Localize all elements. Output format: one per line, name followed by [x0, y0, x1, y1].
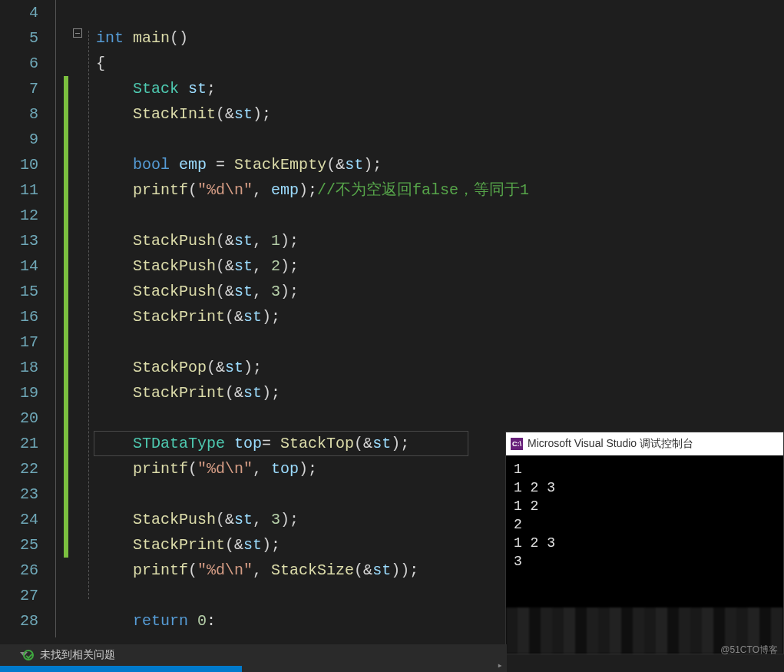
line-number-gutter[interactable]: 4567891011121314151617181920212223242526… — [0, 0, 46, 637]
watermark: @51CTO博客 — [720, 644, 778, 657]
code-line[interactable] — [96, 0, 507, 25]
status-text: 未找到相关问题 — [40, 648, 115, 662]
console-title-text: Microsoft Visual Studio 调试控制台 — [528, 437, 693, 451]
code-line[interactable]: int main() — [96, 25, 507, 51]
code-line[interactable]: printf("%d\n", top); — [96, 456, 507, 482]
line-number[interactable]: 20 — [0, 406, 46, 431]
console-output[interactable]: 1 1 2 3 1 2 2 1 2 3 3 — [506, 455, 783, 575]
line-number[interactable]: 13 — [0, 228, 46, 253]
line-number[interactable]: 11 — [0, 177, 46, 203]
code-line[interactable] — [96, 329, 507, 355]
code-line[interactable]: StackPrint(&st); — [96, 532, 507, 558]
code-line[interactable] — [96, 482, 507, 507]
code-line[interactable] — [96, 203, 507, 228]
code-line[interactable]: StackPrint(&st); — [96, 304, 507, 329]
line-number[interactable]: 24 — [0, 507, 46, 532]
line-number[interactable]: 23 — [0, 482, 46, 507]
code-editor[interactable]: 4567891011121314151617181920212223242526… — [0, 0, 507, 637]
line-number[interactable]: 22 — [0, 456, 46, 482]
code-line[interactable] — [96, 583, 507, 608]
code-line[interactable]: printf("%d\n", StackSize(&st)); — [96, 558, 507, 583]
fold-icon[interactable] — [73, 28, 82, 38]
line-number[interactable]: 26 — [0, 558, 46, 583]
line-number[interactable]: 25 — [0, 532, 46, 558]
code-line[interactable]: printf("%d\n", emp);//不为空返回false，等同于1 — [96, 177, 507, 203]
scrollbar-thumb[interactable] — [0, 666, 242, 672]
line-number[interactable]: 19 — [0, 380, 46, 406]
change-indicator — [64, 76, 68, 558]
code-line[interactable]: Stack st; — [96, 76, 507, 101]
code-line[interactable] — [96, 406, 507, 431]
line-number[interactable]: 18 — [0, 355, 46, 380]
code-line[interactable]: STDataType top= StackTop(&st); — [96, 431, 507, 456]
line-number[interactable]: 9 — [0, 127, 46, 152]
code-area[interactable]: int main(){ Stack st; StackInit(&st); bo… — [96, 0, 507, 634]
line-number[interactable]: 8 — [0, 101, 46, 127]
line-number[interactable]: 15 — [0, 279, 46, 304]
line-number[interactable]: 28 — [0, 608, 46, 634]
line-number[interactable]: 27 — [0, 583, 46, 608]
code-line[interactable]: StackPop(&st); — [96, 355, 507, 380]
code-line[interactable] — [96, 127, 507, 152]
line-number[interactable]: 4 — [0, 0, 46, 25]
code-line[interactable]: StackPush(&st, 3); — [96, 279, 507, 304]
code-line[interactable]: { — [96, 51, 507, 76]
code-line[interactable]: bool emp = StackEmpty(&st); — [96, 152, 507, 177]
line-number[interactable]: 14 — [0, 253, 46, 279]
line-number[interactable]: 10 — [0, 152, 46, 177]
line-number[interactable]: 7 — [0, 76, 46, 101]
code-line[interactable]: StackPush(&st, 2); — [96, 253, 507, 279]
code-line[interactable]: StackPush(&st, 1); — [96, 228, 507, 253]
debug-console-window[interactable]: C:\ Microsoft Visual Studio 调试控制台 1 1 2 … — [505, 432, 784, 654]
status-bar[interactable]: 未找到相关问题 — [0, 644, 507, 666]
code-line[interactable]: StackPush(&st, 3); — [96, 507, 507, 532]
line-number[interactable]: 16 — [0, 304, 46, 329]
console-titlebar[interactable]: C:\ Microsoft Visual Studio 调试控制台 — [506, 432, 783, 455]
line-number[interactable]: 17 — [0, 329, 46, 355]
line-number[interactable]: 12 — [0, 203, 46, 228]
code-line[interactable]: StackPrint(&st); — [96, 380, 507, 406]
line-number[interactable]: 5 — [0, 25, 46, 51]
line-number[interactable]: 21 — [0, 431, 46, 456]
line-number[interactable]: 6 — [0, 51, 46, 76]
indent-guide — [88, 31, 89, 599]
margin-line — [55, 0, 56, 637]
horizontal-scrollbar[interactable]: ▸ — [0, 666, 507, 672]
scroll-right-icon[interactable]: ▸ — [493, 658, 507, 672]
code-line[interactable]: StackInit(&st); — [96, 101, 507, 127]
visual-studio-icon: C:\ — [511, 438, 523, 450]
check-icon — [23, 650, 34, 660]
code-line[interactable]: return 0: — [96, 608, 507, 634]
